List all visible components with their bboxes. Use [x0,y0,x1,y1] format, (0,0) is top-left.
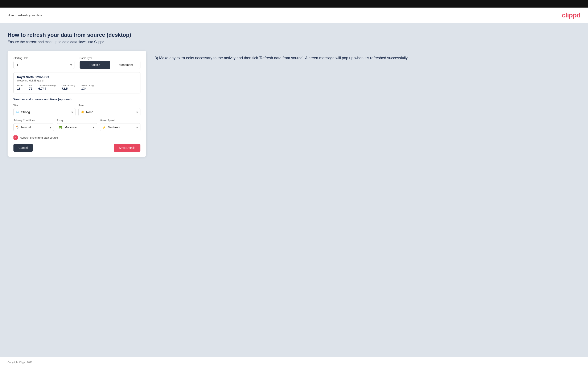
course-name: Royal North Devon GC, [17,75,137,79]
starting-hole-label: Starting Hole [13,57,74,60]
par-label: Par [29,84,32,87]
course-rating-value: 72.5 [62,87,76,90]
practice-button[interactable]: Practice [80,61,110,69]
course-location: Westward Ho!, England [17,79,137,82]
header: How to refresh your data clippd [0,8,588,23]
stat-course-rating: Course rating 72.5 [62,84,76,90]
tournament-button[interactable]: Tournament [110,61,140,69]
rain-label: Rain [78,104,140,107]
rain-select[interactable]: None [78,108,140,116]
wind-group: Wind 🌬️ Strong [13,104,76,116]
game-type-label: Game Type [79,57,140,60]
rough-select-wrapper[interactable]: 🌿 Moderate [57,123,97,131]
fairway-group: Fairway Conditions 🏌️ Normal [13,119,54,131]
green-speed-label: Green Speed [100,119,140,122]
page-heading: How to refresh your data from source (de… [8,32,580,38]
green-speed-group: Green Speed ⚡ Moderate [100,119,140,131]
starting-hole-select[interactable]: 1 [13,61,74,69]
footer: Copyright Clippd 2022 [0,357,588,367]
game-type-toggle: Practice Tournament [79,61,140,69]
stat-par: Par 72 [29,84,32,90]
fairway-select-wrapper[interactable]: 🏌️ Normal [13,123,54,131]
page-subheading: Ensure the correct and most up to date d… [8,40,580,44]
holes-value: 18 [17,87,23,90]
logo: clippd [562,11,580,19]
yards-label: Yards/White (M)) [38,84,55,87]
refresh-checkbox[interactable] [13,135,18,140]
stat-slope: Slope rating 134 [81,84,94,90]
green-speed-select[interactable]: Moderate [100,123,140,131]
par-value: 72 [29,87,32,90]
wind-select[interactable]: Strong [13,108,76,116]
rough-select[interactable]: Moderate [57,123,97,131]
slope-value: 134 [81,87,94,90]
conditions-title: Weather and course conditions (optional) [13,98,140,101]
form-row-top: Starting Hole 1 Game Type Practice Tourn… [13,57,140,69]
stat-holes: Holes 18 [17,84,23,90]
rough-group: Rough 🌿 Moderate [57,119,97,131]
side-text: 3) Make any extra edits necessary to the… [155,51,580,61]
breadcrumb: How to refresh your data [8,13,42,17]
fairway-select[interactable]: Normal [13,123,54,131]
fairway-label: Fairway Conditions [13,119,54,122]
rain-group: Rain ☀️ None [78,104,140,116]
conditions-grid-top: Wind 🌬️ Strong Rain ☀️ None [13,104,140,116]
button-row: Cancel Save Details [13,144,140,152]
game-type-group: Game Type Practice Tournament [79,57,140,69]
starting-hole-select-wrapper[interactable]: 1 [13,61,74,69]
refresh-checkbox-row: Refresh shots from data source [13,135,140,140]
course-stats: Holes 18 Par 72 Yards/White (M)) 6,744 C… [17,84,137,90]
content-area: Starting Hole 1 Game Type Practice Tourn… [8,51,580,157]
save-button[interactable]: Save Details [114,144,140,152]
slope-label: Slope rating [81,84,94,87]
green-speed-select-wrapper[interactable]: ⚡ Moderate [100,123,140,131]
cancel-button[interactable]: Cancel [13,144,33,152]
refresh-label: Refresh shots from data source [20,136,58,139]
main-content: How to refresh your data from source (de… [0,23,588,357]
wind-label: Wind [13,104,76,107]
holes-label: Holes [17,84,23,87]
top-bar [0,0,588,8]
course-info-box: Royal North Devon GC, Westward Ho!, Engl… [13,72,140,93]
rain-select-wrapper[interactable]: ☀️ None [78,108,140,116]
yards-value: 6,744 [38,87,55,90]
starting-hole-group: Starting Hole 1 [13,57,74,69]
rough-label: Rough [57,119,97,122]
conditions-grid-bottom: Fairway Conditions 🏌️ Normal Rough 🌿 Mod… [13,119,140,131]
stat-yards: Yards/White (M)) 6,744 [38,84,55,90]
copyright: Copyright Clippd 2022 [8,361,33,364]
side-text-content: 3) Make any extra edits necessary to the… [155,55,580,61]
edit-card: Starting Hole 1 Game Type Practice Tourn… [8,51,146,157]
wind-select-wrapper[interactable]: 🌬️ Strong [13,108,76,116]
course-rating-label: Course rating [62,84,76,87]
